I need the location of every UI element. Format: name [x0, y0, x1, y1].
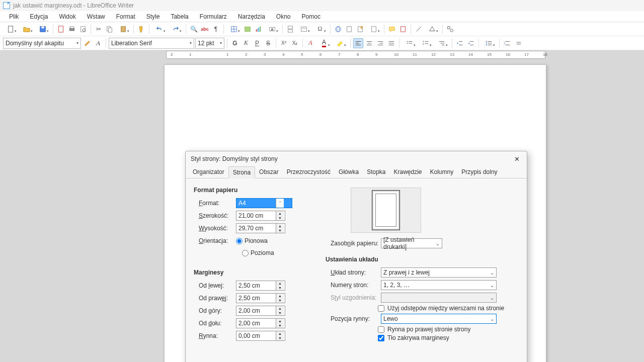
redo-button[interactable]: [168, 24, 183, 34]
nonprinting-button[interactable]: ¶: [211, 24, 221, 34]
paste-button[interactable]: [116, 24, 131, 34]
margin-right-spinner[interactable]: ▲▼: [236, 293, 285, 303]
spellcheck-button[interactable]: abc: [200, 24, 210, 34]
inc-para-space-button[interactable]: [502, 38, 512, 48]
width-input[interactable]: [236, 211, 276, 220]
bookmark-button[interactable]: [355, 24, 365, 34]
size-combo[interactable]: 12 pkt: [195, 38, 224, 49]
inc-indent-button[interactable]: [455, 38, 465, 48]
menu-edycja[interactable]: Edycja: [25, 12, 53, 21]
superscript-button[interactable]: X²: [279, 38, 289, 48]
export-pdf-button[interactable]: [56, 24, 66, 34]
menu-narzedzia[interactable]: Narzędzia: [233, 12, 270, 21]
bullet-list-button[interactable]: [402, 38, 417, 48]
format-value[interactable]: [236, 199, 276, 208]
menu-tabela[interactable]: Tabela: [166, 12, 193, 21]
shapes-button[interactable]: [425, 24, 440, 34]
tab-strona[interactable]: Strona: [228, 166, 255, 178]
save-button[interactable]: [35, 24, 50, 34]
special-char-button[interactable]: Ω: [312, 24, 328, 34]
tab-przezroczystosc[interactable]: Przezroczystość: [283, 166, 335, 178]
print-button[interactable]: [67, 24, 77, 34]
track-changes-button[interactable]: [398, 24, 408, 34]
landscape-radio[interactable]: [242, 250, 249, 256]
new-doc-button[interactable]: [3, 24, 18, 34]
menu-formularz[interactable]: Formularz: [195, 12, 232, 21]
copy-button[interactable]: [105, 24, 115, 34]
menu-okno[interactable]: Okno: [271, 12, 296, 21]
gutterpos-combo[interactable]: Lewo: [381, 314, 497, 324]
italic-button[interactable]: K: [241, 38, 251, 48]
font-color-button[interactable]: A: [316, 38, 332, 48]
page-layout-combo[interactable]: Z prawej i z lewej: [381, 267, 497, 278]
gutter-input[interactable]: [236, 331, 276, 340]
strike-button[interactable]: S: [263, 38, 273, 48]
outline-button[interactable]: [434, 38, 449, 48]
number-list-button[interactable]: 12: [418, 38, 433, 48]
line-button[interactable]: [414, 24, 424, 34]
para-style-combo[interactable]: Domyślny styl akapitu: [3, 38, 81, 49]
close-button[interactable]: ✕: [512, 154, 522, 164]
clear-format-button[interactable]: A: [305, 38, 315, 48]
dec-indent-button[interactable]: [466, 38, 476, 48]
undo-button[interactable]: [152, 24, 167, 34]
margin-top-spinner[interactable]: ▲▼: [236, 306, 285, 316]
menu-wstaw[interactable]: Wstaw: [82, 12, 110, 21]
new-style-button[interactable]: A: [93, 38, 103, 48]
margin-left-spinner[interactable]: ▲▼: [236, 281, 285, 291]
font-combo[interactable]: Liberation Serif: [109, 38, 194, 49]
bg-covers-checkbox[interactable]: [378, 335, 384, 341]
tab-kolumny[interactable]: Kolumny: [426, 166, 458, 178]
margin-top-input[interactable]: [236, 306, 276, 315]
pagebreak-button[interactable]: [285, 24, 295, 34]
page-num-combo[interactable]: 1, 2, 3, …: [381, 280, 497, 290]
margin-right-input[interactable]: [236, 294, 276, 303]
align-justify-button[interactable]: [386, 38, 396, 48]
subscript-button[interactable]: X₂: [290, 38, 300, 48]
cut-button[interactable]: ✂: [94, 24, 104, 34]
menu-format[interactable]: Format: [111, 12, 140, 21]
height-input[interactable]: [236, 224, 276, 233]
margin-left-input[interactable]: [236, 281, 276, 290]
cross-ref-button[interactable]: [366, 24, 381, 34]
field-button[interactable]: [296, 24, 311, 34]
tab-glowka[interactable]: Główka: [335, 166, 363, 178]
margin-bottom-input[interactable]: [236, 319, 276, 328]
highlight-button[interactable]: [333, 38, 348, 48]
use-spacing-checkbox[interactable]: [378, 305, 384, 312]
tab-obszar[interactable]: Obszar: [255, 166, 283, 178]
height-spinner[interactable]: ▲▼: [236, 223, 285, 233]
line-spacing-button[interactable]: [481, 38, 497, 48]
open-button[interactable]: [19, 24, 34, 34]
menu-pomoc[interactable]: Pomoc: [297, 12, 326, 21]
find-button[interactable]: 🔍: [189, 24, 199, 34]
clone-format-button[interactable]: [136, 24, 146, 34]
tab-krawedzie[interactable]: Krawędzie: [389, 166, 426, 178]
underline-button[interactable]: P: [252, 38, 262, 48]
tab-przypis[interactable]: Przypis dolny: [457, 166, 501, 178]
dec-para-space-button[interactable]: [513, 38, 523, 48]
print-preview-button[interactable]: [78, 24, 88, 34]
draw-functions-button[interactable]: [445, 24, 455, 34]
align-right-button[interactable]: [375, 38, 385, 48]
gutter-right-checkbox[interactable]: [378, 326, 384, 333]
table-button[interactable]: [226, 24, 242, 34]
bold-button[interactable]: G: [230, 38, 240, 48]
align-left-button[interactable]: [353, 38, 363, 48]
menu-widok[interactable]: Widok: [54, 12, 80, 21]
tab-organizator[interactable]: Organizator: [189, 166, 228, 178]
align-center-button[interactable]: [364, 38, 374, 48]
image-button[interactable]: [243, 24, 253, 34]
chart-button[interactable]: [254, 24, 264, 34]
comment-button[interactable]: [387, 24, 397, 34]
portrait-radio[interactable]: [236, 238, 243, 244]
update-style-button[interactable]: [82, 38, 92, 48]
footnote-button[interactable]: [344, 24, 354, 34]
menu-plik[interactable]: Plik: [4, 12, 24, 21]
menu-style[interactable]: Style: [141, 12, 165, 21]
format-combo[interactable]: ⌄: [236, 198, 292, 208]
width-spinner[interactable]: ▲▼: [236, 211, 285, 221]
hyperlink-button[interactable]: [333, 24, 343, 34]
textbox-button[interactable]: A: [265, 24, 280, 34]
tray-combo[interactable]: [Z ustawień drukarki]: [381, 238, 442, 248]
